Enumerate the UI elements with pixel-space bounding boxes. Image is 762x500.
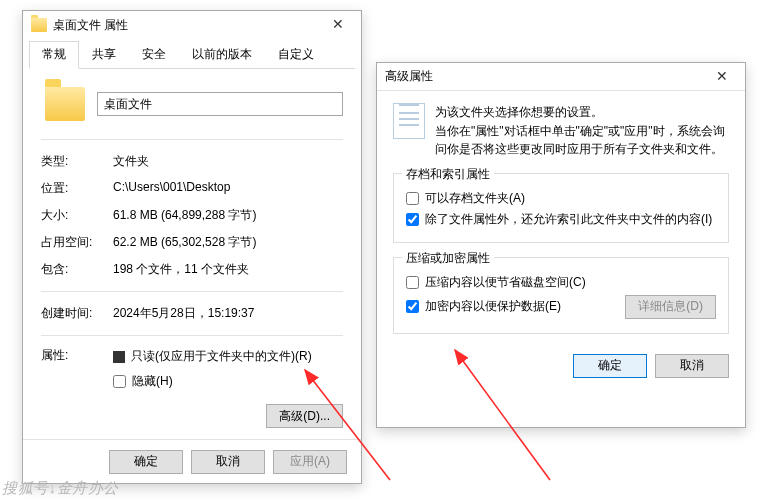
folder-large-icon [45, 87, 85, 121]
encrypt-checkbox-row[interactable]: 加密内容以便保护数据(E) 详细信息(D) [406, 295, 716, 319]
hidden-checkbox[interactable] [113, 375, 126, 388]
tab-sharing[interactable]: 共享 [79, 41, 129, 69]
apply-button[interactable]: 应用(A) [273, 450, 347, 474]
properties-title: 桌面文件 属性 [53, 17, 321, 34]
created-label: 创建时间: [41, 305, 113, 322]
tab-previous-versions[interactable]: 以前的版本 [179, 41, 265, 69]
close-icon[interactable]: ✕ [705, 66, 739, 88]
separator [41, 335, 343, 336]
contains-label: 包含: [41, 261, 113, 278]
contains-value: 198 个文件，11 个文件夹 [113, 261, 343, 278]
compress-label: 压缩内容以便节省磁盘空间(C) [425, 274, 586, 291]
archive-index-group: 存档和索引属性 可以存档文件夹(A) 除了文件属性外，还允许索引此文件夹中文件的… [393, 173, 729, 243]
sizeondisk-value: 62.2 MB (65,302,528 字节) [113, 234, 343, 251]
size-value: 61.8 MB (64,899,288 字节) [113, 207, 343, 224]
properties-dialog: 桌面文件 属性 ✕ 常规 共享 安全 以前的版本 自定义 类型: 文件夹 位置:… [22, 10, 362, 484]
size-label: 大小: [41, 207, 113, 224]
details-button[interactable]: 详细信息(D) [625, 295, 716, 319]
type-value: 文件夹 [113, 153, 343, 170]
separator [41, 139, 343, 140]
folder-name-input[interactable] [97, 92, 343, 116]
created-value: 2024年5月28日，15:19:37 [113, 305, 343, 322]
compress-encrypt-group: 压缩或加密属性 压缩内容以便节省磁盘空间(C) 加密内容以便保护数据(E) 详细… [393, 257, 729, 334]
properties-titlebar[interactable]: 桌面文件 属性 ✕ [23, 11, 361, 39]
hidden-label: 隐藏(H) [132, 373, 173, 390]
advanced-attributes-dialog: 高级属性 ✕ 为该文件夹选择你想要的设置。 当你在"属性"对话框中单击"确定"或… [376, 62, 746, 428]
hidden-checkbox-row[interactable]: 隐藏(H) [113, 369, 343, 394]
archive-checkbox-row[interactable]: 可以存档文件夹(A) [406, 190, 716, 207]
properties-tabs: 常规 共享 安全 以前的版本 自定义 [23, 41, 361, 69]
ok-button[interactable]: 确定 [109, 450, 183, 474]
tab-security[interactable]: 安全 [129, 41, 179, 69]
advanced-title: 高级属性 [385, 68, 705, 85]
readonly-label: 只读(仅应用于文件夹中的文件)(R) [131, 348, 312, 365]
readonly-checkbox-row[interactable]: 只读(仅应用于文件夹中的文件)(R) [113, 344, 343, 369]
readonly-tristate-icon [113, 351, 125, 363]
type-label: 类型: [41, 153, 113, 170]
properties-buttonbar: 确定 取消 应用(A) [23, 439, 361, 483]
folder-icon [31, 18, 47, 32]
encrypt-checkbox[interactable] [406, 300, 419, 313]
advanced-titlebar[interactable]: 高级属性 ✕ [377, 63, 745, 91]
index-label: 除了文件属性外，还允许索引此文件夹中文件的内容(I) [425, 211, 712, 228]
attributes-label: 属性: [41, 344, 113, 428]
compress-checkbox[interactable] [406, 276, 419, 289]
close-icon[interactable]: ✕ [321, 14, 355, 36]
location-label: 位置: [41, 180, 113, 197]
index-checkbox[interactable] [406, 213, 419, 226]
archive-checkbox[interactable] [406, 192, 419, 205]
cancel-button[interactable]: 取消 [655, 354, 729, 378]
encrypt-label: 加密内容以便保护数据(E) [425, 298, 561, 315]
tab-general[interactable]: 常规 [29, 41, 79, 69]
advanced-buttonbar: 确定 取消 [377, 342, 745, 384]
archive-label: 可以存档文件夹(A) [425, 190, 525, 207]
compress-checkbox-row[interactable]: 压缩内容以便节省磁盘空间(C) [406, 274, 716, 291]
tab-panel-general: 类型: 文件夹 位置: C:\Users\001\Desktop 大小: 61.… [23, 69, 361, 434]
compress-encrypt-legend: 压缩或加密属性 [402, 250, 494, 267]
advanced-button[interactable]: 高级(D)... [266, 404, 343, 428]
index-checkbox-row[interactable]: 除了文件属性外，还允许索引此文件夹中文件的内容(I) [406, 211, 716, 228]
watermark-text: 搜狐号↓金舟办公 [2, 479, 119, 498]
ok-button[interactable]: 确定 [573, 354, 647, 378]
location-value: C:\Users\001\Desktop [113, 180, 343, 197]
properties-sheet-icon [393, 103, 425, 139]
archive-index-legend: 存档和索引属性 [402, 166, 494, 183]
cancel-button[interactable]: 取消 [191, 450, 265, 474]
sizeondisk-label: 占用空间: [41, 234, 113, 251]
separator [41, 291, 343, 292]
advanced-intro: 为该文件夹选择你想要的设置。 当你在"属性"对话框中单击"确定"或"应用"时，系… [435, 103, 729, 159]
tab-customize[interactable]: 自定义 [265, 41, 327, 69]
